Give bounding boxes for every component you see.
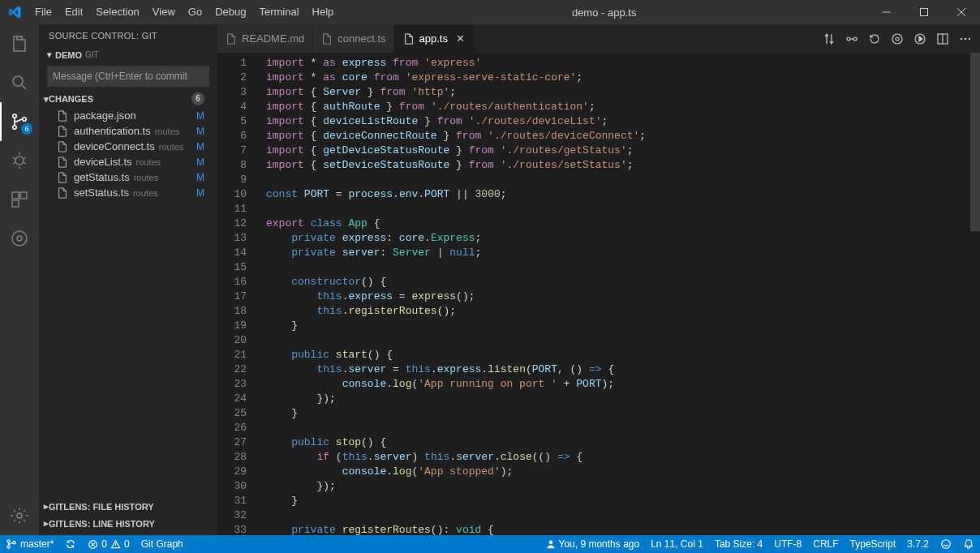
file-status: M: [196, 187, 204, 199]
svg-point-18: [961, 37, 962, 39]
svg-point-26: [942, 540, 951, 549]
svg-rect-7: [20, 192, 27, 199]
line-history-header[interactable]: ▸ GITLENS: LINE HISTORY: [39, 515, 217, 532]
file-name: deviceList.ts: [74, 156, 132, 168]
file-status: M: [196, 141, 204, 152]
svg-point-3: [13, 126, 16, 129]
changed-file[interactable]: deviceConnect.tsroutesM: [39, 139, 217, 154]
eol[interactable]: CRLF: [807, 535, 844, 553]
file-history-label: GITLENS: FILE HISTORY: [49, 502, 154, 512]
split-editor-icon[interactable]: [936, 32, 949, 45]
menu-view[interactable]: View: [146, 0, 182, 24]
feedback-icon[interactable]: [935, 535, 957, 553]
status-bar: master* 0 0 Git Graph You, 9 months ago …: [0, 535, 980, 553]
file-icon: [321, 33, 333, 45]
language-mode[interactable]: TypeScript: [845, 535, 902, 553]
close-button[interactable]: [943, 0, 980, 24]
git-graph-button[interactable]: Git Graph: [135, 535, 189, 553]
file-name: deviceConnect.ts: [74, 140, 155, 152]
vertical-scrollbar[interactable]: [970, 53, 980, 535]
file-path: routes: [159, 142, 184, 152]
menu-go[interactable]: Go: [182, 0, 208, 24]
changed-file[interactable]: authentication.tsroutesM: [39, 123, 217, 139]
svg-point-1: [13, 76, 23, 86]
menu-file[interactable]: File: [28, 0, 58, 24]
debug-icon[interactable]: [0, 141, 39, 180]
cursor-position[interactable]: Ln 11, Col 1: [645, 535, 709, 553]
file-name: authentication.ts: [74, 125, 151, 137]
file-icon: [57, 110, 70, 122]
menu: FileEditSelectionViewGoDebugTerminalHelp: [28, 0, 340, 24]
vscode-logo-icon: [0, 6, 28, 19]
file-history-header[interactable]: ▸ GITLENS: FILE HISTORY: [39, 498, 217, 515]
changed-file[interactable]: deviceList.tsroutesM: [39, 154, 217, 169]
changed-file[interactable]: getStatus.tsroutesM: [39, 169, 217, 185]
close-icon[interactable]: ✕: [456, 32, 465, 45]
file-path: routes: [136, 157, 161, 167]
file-status: M: [196, 156, 204, 168]
tab-size[interactable]: Tab Size: 4: [709, 535, 768, 553]
open-changes-icon[interactable]: [845, 32, 858, 45]
branch-indicator[interactable]: master*: [0, 535, 59, 553]
svg-rect-0: [921, 9, 928, 16]
file-icon: [57, 172, 70, 183]
minimize-button[interactable]: [868, 0, 905, 24]
scm-badge: 6: [21, 123, 32, 135]
changes-label: CHANGES: [49, 94, 93, 104]
encoding[interactable]: UTF-8: [768, 535, 807, 553]
file-icon: [57, 187, 70, 199]
more-actions-icon[interactable]: [959, 32, 972, 45]
sync-button[interactable]: [59, 535, 82, 553]
repo-header[interactable]: ▾ DEMO GIT: [39, 47, 217, 62]
changed-file[interactable]: package.jsonM: [39, 108, 217, 123]
menu-help[interactable]: Help: [306, 0, 341, 24]
extensions-icon[interactable]: [0, 180, 39, 219]
svg-point-19: [965, 37, 966, 39]
repo-type: GIT: [85, 50, 99, 59]
file-name: setStatus.ts: [74, 186, 129, 199]
svg-point-22: [7, 546, 10, 548]
toggle-annotations-icon[interactable]: [891, 32, 904, 45]
changed-file[interactable]: setStatus.tsroutesM: [39, 185, 217, 200]
svg-point-14: [896, 37, 899, 41]
menu-debug[interactable]: Debug: [208, 0, 252, 24]
svg-rect-6: [12, 192, 19, 199]
file-name: package.json: [74, 109, 136, 122]
tab-label: connect.ts: [337, 32, 385, 45]
file-path: routes: [155, 126, 180, 136]
tab-app-ts[interactable]: app.ts✕: [395, 24, 474, 53]
panel-title: SOURCE CONTROL: GIT: [39, 24, 217, 47]
revert-icon[interactable]: [868, 32, 881, 45]
svg-point-13: [853, 37, 857, 41]
menu-edit[interactable]: Edit: [58, 0, 89, 24]
svg-point-4: [23, 118, 26, 121]
ts-version[interactable]: 3.7.2: [901, 535, 935, 553]
menu-terminal[interactable]: Terminal: [252, 0, 305, 24]
explorer-icon[interactable]: [0, 24, 39, 63]
window-title: demo - app.ts: [340, 6, 868, 19]
tab-README-md[interactable]: README.md: [217, 24, 313, 53]
source-control-icon[interactable]: 6: [0, 102, 39, 141]
run-icon[interactable]: [913, 32, 926, 45]
code-area[interactable]: import * as express from 'express'import…: [258, 53, 948, 535]
file-path: routes: [133, 188, 158, 198]
editor[interactable]: 1234567891011121314151617181920212223242…: [217, 53, 980, 535]
tab-bar: README.mdconnect.tsapp.ts✕: [217, 24, 980, 53]
tab-label: README.md: [242, 32, 304, 45]
file-status: M: [196, 110, 204, 122]
editor-group: README.mdconnect.tsapp.ts✕ 1234567891011…: [217, 24, 980, 535]
gitlens-icon[interactable]: [0, 219, 39, 258]
settings-gear-icon[interactable]: [0, 496, 39, 535]
search-icon[interactable]: [0, 63, 39, 102]
compare-icon[interactable]: [823, 32, 836, 45]
notifications-icon[interactable]: [957, 535, 980, 553]
activity-bar: 6: [0, 24, 39, 535]
menu-selection[interactable]: Selection: [89, 0, 145, 24]
maximize-button[interactable]: [905, 0, 943, 24]
gitlens-blame[interactable]: You, 9 months ago: [540, 535, 646, 553]
problems-indicator[interactable]: 0 0: [82, 535, 135, 553]
tab-connect-ts[interactable]: connect.ts: [313, 24, 394, 53]
commit-message-input[interactable]: [47, 66, 209, 87]
changes-header[interactable]: ▾ CHANGES 6: [39, 90, 217, 108]
sidebar: SOURCE CONTROL: GIT ▾ DEMO GIT ▾ CHANGES…: [39, 24, 217, 535]
